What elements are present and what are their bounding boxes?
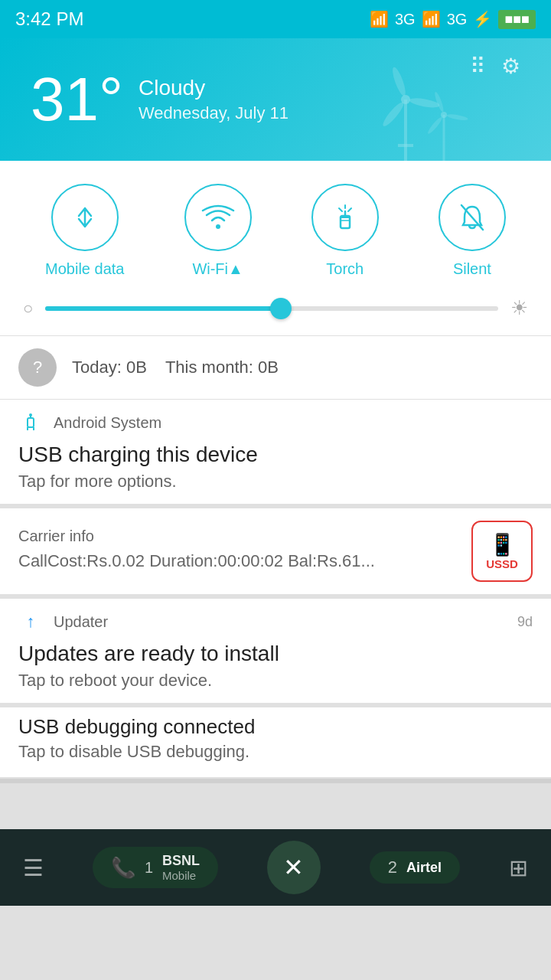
torch-toggle[interactable]: Torch	[311, 184, 379, 278]
battery-icon: ■■■	[498, 10, 536, 29]
usb-debug-title: USB debugging connected	[18, 715, 533, 739]
weather-header: 31° Cloudy Wednesday, July 11 ⠿ ⚙	[0, 38, 551, 161]
ussd-text: USSD	[486, 557, 518, 570]
status-bar: 3:42 PM 📶 3G 📶 3G ⚡ ■■■	[0, 0, 551, 38]
svg-point-16	[29, 413, 32, 416]
silent-circle	[439, 184, 506, 251]
quick-toggle-row: Mobile data Wi-Fi▲	[15, 184, 536, 278]
svg-point-4	[409, 96, 440, 109]
settings-icon[interactable]: ⚙	[501, 54, 520, 79]
usb-debug-body: Tap to disable USB debugging.	[18, 742, 533, 762]
updater-title: Updates are ready to install	[0, 639, 551, 669]
temperature-display: 31°	[31, 64, 123, 135]
signal1-icon: 📶	[370, 10, 389, 28]
mobile-data-label: Mobile data	[45, 260, 124, 278]
svg-point-3	[390, 66, 408, 97]
notif-carrier-header: Carrier info	[0, 517, 471, 550]
bsnl-sub: Mobile	[162, 869, 200, 882]
grid-icon[interactable]: ⠿	[470, 54, 486, 79]
updater-body: Tap to reboot your device.	[0, 669, 551, 703]
svg-point-11	[216, 224, 220, 229]
android-system-icon	[18, 410, 43, 435]
notif-android-system-header: Android System	[0, 400, 551, 439]
brightness-row: ○ ☀	[15, 296, 536, 320]
svg-rect-14	[28, 418, 34, 427]
svg-point-10	[426, 116, 444, 135]
network2-label: 3G	[447, 11, 468, 28]
mobile-data-toggle[interactable]: Mobile data	[45, 184, 124, 278]
silent-label: Silent	[453, 260, 491, 278]
close-button[interactable]: ✕	[267, 841, 321, 894]
weather-date: Wednesday, July 11	[139, 103, 289, 123]
silent-toggle[interactable]: Silent	[439, 184, 506, 278]
bsnl-phone-pill[interactable]: 📞 1 BSNL Mobile	[93, 847, 218, 888]
keypad-icon[interactable]: ⊞	[509, 854, 528, 881]
bottom-navigation: ☰ 📞 1 BSNL Mobile ✕ 2 Airtel ⊞	[0, 829, 551, 906]
updater-icon: ↑	[18, 609, 43, 634]
wifi-circle	[184, 184, 252, 251]
android-system-body: Tap for more options.	[0, 470, 551, 504]
brightness-low-icon: ○	[23, 299, 33, 318]
notif-updater[interactable]: ↑ Updater 9d Updates are ready to instal…	[0, 599, 551, 704]
notif-carrier-info[interactable]: Carrier info CallCost:Rs.0.02 Duration:0…	[0, 508, 551, 596]
brightness-slider[interactable]	[45, 306, 498, 311]
brightness-thumb	[270, 298, 292, 319]
torch-circle	[311, 184, 379, 251]
svg-point-9	[446, 113, 468, 122]
carrier-body: CallCost:Rs.0.02 Duration:00:00:02 Bal:R…	[0, 550, 471, 586]
network1-label: 3G	[395, 11, 416, 28]
signal2-icon: 📶	[422, 10, 441, 28]
ussd-phone-icon: 📱	[489, 532, 516, 557]
status-icons: 📶 3G 📶 3G ⚡ ■■■	[370, 10, 536, 29]
svg-point-7	[441, 112, 447, 118]
notif-usb-debug[interactable]: USB debugging connected Tap to disable U…	[0, 707, 551, 779]
data-usage-text: Today: 0B This month: 0B	[72, 358, 279, 377]
svg-point-5	[380, 100, 406, 129]
charging-icon: ⚡	[473, 10, 492, 28]
quick-settings-panel: Mobile data Wi-Fi▲	[0, 161, 551, 336]
mobile-data-circle	[51, 184, 119, 251]
menu-icon[interactable]: ☰	[23, 854, 44, 881]
bsnl-texts: BSNL Mobile	[162, 853, 200, 882]
android-system-title: USB charging this device	[0, 439, 551, 470]
ussd-icon: 📱 USSD	[471, 521, 533, 582]
close-icon: ✕	[283, 853, 304, 882]
data-usage-bar[interactable]: ? Today: 0B This month: 0B	[0, 336, 551, 400]
wifi-label: Wi-Fi▲	[192, 260, 243, 278]
airtel-phone-pill[interactable]: 2 Airtel	[370, 851, 460, 884]
airtel-num: 2	[388, 858, 397, 877]
windmill-decoration	[337, 38, 474, 161]
android-system-app-name: Android System	[54, 414, 533, 432]
carrier1-num: 1	[145, 859, 153, 877]
notif-updater-header: ↑ Updater 9d	[0, 599, 551, 639]
weather-header-icons: ⠿ ⚙	[470, 54, 520, 79]
carrier-app-name: Carrier info	[18, 528, 453, 545]
temperature-text: 31°	[31, 65, 123, 133]
brightness-fill	[45, 306, 281, 311]
brightness-high-icon: ☀	[510, 296, 528, 320]
updater-app-name: Updater	[54, 613, 507, 631]
status-time: 3:42 PM	[15, 8, 83, 30]
torch-label: Torch	[326, 260, 364, 278]
bsnl-name: BSNL	[162, 853, 200, 869]
weather-info: Cloudy Wednesday, July 11	[139, 76, 289, 123]
spacer	[0, 783, 551, 829]
updater-time: 9d	[517, 614, 533, 630]
phone-icon: 📞	[111, 856, 135, 880]
wifi-toggle[interactable]: Wi-Fi▲	[184, 184, 252, 278]
weather-condition: Cloudy	[139, 76, 289, 100]
notif-android-system[interactable]: Android System USB charging this device …	[0, 400, 551, 505]
airtel-name: Airtel	[406, 860, 442, 876]
data-usage-icon: ?	[18, 348, 57, 387]
